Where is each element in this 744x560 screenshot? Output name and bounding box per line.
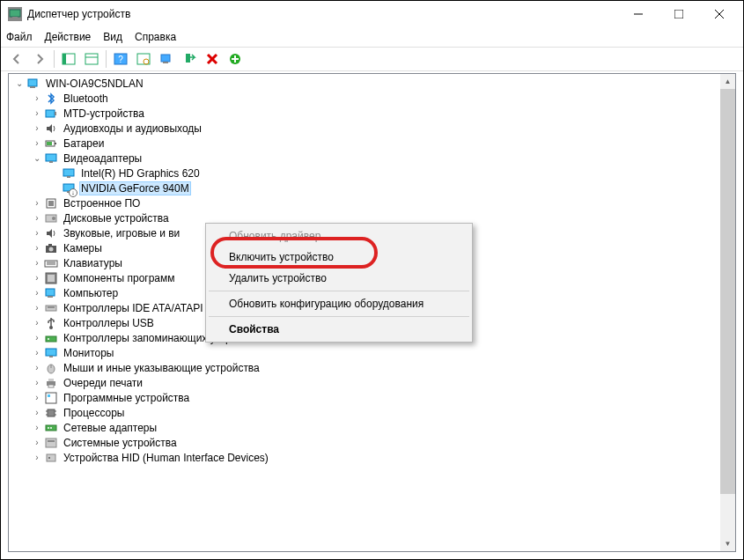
expander-icon[interactable]: ⌄ — [12, 77, 26, 91]
minimize-button[interactable] — [618, 1, 659, 27]
expander-icon[interactable]: › — [30, 241, 44, 255]
node-label: MTD-устройства — [62, 107, 146, 120]
titlebar: Диспетчер устройств — [1, 1, 743, 27]
tree-category[interactable]: › Батареи — [9, 136, 735, 151]
expander-icon[interactable]: › — [30, 271, 44, 285]
tree-category[interactable]: › MTD-устройства — [9, 106, 735, 121]
expander-icon[interactable]: › — [30, 196, 44, 210]
expander-icon[interactable]: › — [30, 286, 44, 300]
tree-category[interactable]: › Программные устройства — [9, 390, 735, 405]
tree-category[interactable]: › Мыши и иные указывающие устройства — [9, 360, 735, 375]
printer-icon — [44, 376, 58, 390]
bluetooth-icon — [44, 92, 58, 106]
menu-file[interactable]: Файл — [6, 31, 33, 43]
tree-category[interactable]: › Очереди печати — [9, 375, 735, 390]
expander-icon[interactable]: › — [30, 316, 44, 330]
expander-icon[interactable]: › — [30, 226, 44, 240]
help-button[interactable]: ? — [110, 48, 131, 70]
tree-device[interactable]: ↓ NVIDIA GeForce 940M — [9, 181, 735, 195]
separator — [209, 291, 469, 291]
scrollbar[interactable]: ▲ ▼ — [720, 74, 735, 551]
separator — [106, 50, 107, 68]
svg-rect-24 — [46, 110, 55, 117]
scroll-up-icon[interactable]: ▲ — [720, 74, 735, 89]
scan-hardware-button[interactable] — [133, 48, 154, 70]
expander-icon[interactable]: › — [30, 211, 44, 225]
ctx-update-driver[interactable]: Обновить драйвер — [208, 225, 470, 247]
expander-icon[interactable]: › — [30, 107, 44, 121]
tree-category[interactable]: › Мониторы — [9, 345, 735, 360]
tree-category[interactable]: › Системные устройства — [9, 435, 735, 450]
tree-category[interactable]: › Аудиовходы и аудиовыходы — [9, 121, 735, 136]
scroll-down-icon[interactable]: ▼ — [720, 536, 735, 551]
ctx-properties[interactable]: Свойства — [208, 319, 470, 340]
show-hide-button[interactable] — [58, 48, 79, 70]
menu-help[interactable]: Справка — [135, 31, 176, 43]
cpu-icon — [44, 406, 58, 420]
tree-category[interactable]: › Устройства HID (Human Interface Device… — [9, 450, 735, 465]
close-button[interactable] — [699, 1, 740, 27]
add-legacy-button[interactable] — [225, 48, 246, 70]
tree-category[interactable]: › Сетевые адаптеры — [9, 420, 735, 435]
expander-icon[interactable]: ⌄ — [30, 151, 44, 166]
maximize-button[interactable] — [659, 1, 699, 27]
node-label: Клавиатуры — [62, 257, 124, 269]
tree-device[interactable]: Intel(R) HD Graphics 620 — [9, 166, 735, 181]
tree-category[interactable]: › Процессоры — [9, 405, 735, 420]
toolbar: ? — [1, 47, 743, 71]
expander-icon[interactable]: › — [30, 92, 44, 106]
ctx-enable-device[interactable]: Включить устройство — [208, 247, 470, 268]
menubar: Файл Действие Вид Справка — [1, 27, 743, 47]
ctx-remove-device[interactable]: Удалить устройство — [208, 268, 470, 289]
svg-rect-47 — [46, 289, 55, 296]
expander-icon[interactable]: › — [30, 406, 44, 420]
menu-view[interactable]: Вид — [103, 31, 122, 43]
svg-rect-55 — [49, 356, 53, 357]
expander-icon[interactable]: › — [30, 331, 44, 345]
svg-point-74 — [48, 457, 50, 459]
forward-button[interactable] — [29, 48, 50, 70]
svg-rect-48 — [48, 296, 53, 298]
expander-icon[interactable]: › — [30, 421, 44, 435]
expander-icon[interactable]: › — [30, 256, 44, 270]
scroll-thumb[interactable] — [720, 89, 735, 494]
display-icon — [44, 151, 58, 166]
expander-icon[interactable]: › — [30, 346, 44, 360]
svg-rect-28 — [47, 142, 52, 145]
node-label: WIN-OIA9C5NDLAN — [44, 77, 145, 90]
expander-icon[interactable]: › — [30, 301, 44, 315]
software-icon — [44, 271, 58, 285]
properties-button[interactable] — [81, 48, 102, 70]
node-label: Контроллеры USB — [62, 317, 156, 329]
node-label: Дисковые устройства — [62, 212, 171, 225]
enable-device-button[interactable] — [179, 48, 200, 70]
svg-rect-46 — [48, 275, 55, 282]
expander-icon[interactable]: › — [30, 376, 44, 390]
svg-rect-41 — [48, 244, 52, 246]
uninstall-button[interactable] — [202, 48, 223, 70]
expander-icon[interactable]: › — [30, 436, 44, 450]
storage-icon — [44, 331, 58, 345]
expander-icon[interactable]: › — [30, 361, 44, 375]
svg-rect-61 — [46, 393, 56, 403]
svg-rect-62 — [48, 394, 50, 397]
tree-category[interactable]: ⌄ Видеоадаптеры — [9, 151, 735, 166]
tree-category[interactable]: › Bluetooth — [9, 91, 735, 106]
expander-icon[interactable]: › — [30, 391, 44, 405]
tree-root[interactable]: ⌄ WIN-OIA9C5NDLAN — [9, 76, 735, 91]
node-label: Bluetooth — [62, 92, 110, 105]
svg-rect-22 — [28, 79, 37, 86]
tree-category[interactable]: › Встроенное ПО — [9, 195, 735, 210]
expander-icon[interactable]: › — [30, 122, 44, 136]
expander-icon[interactable]: › — [30, 451, 44, 465]
ctx-scan-hardware[interactable]: Обновить конфигурацию оборудования — [208, 293, 470, 314]
node-label: Сетевые адаптеры — [62, 422, 158, 434]
menu-action[interactable]: Действие — [45, 31, 92, 43]
display-card-icon — [62, 166, 76, 181]
back-button[interactable] — [6, 48, 27, 70]
node-label: Устройства HID (Human Interface Devices) — [62, 452, 270, 464]
svg-point-40 — [49, 247, 54, 251]
svg-rect-71 — [46, 438, 56, 447]
expander-icon[interactable]: › — [30, 136, 44, 151]
update-driver-button[interactable] — [156, 48, 177, 70]
